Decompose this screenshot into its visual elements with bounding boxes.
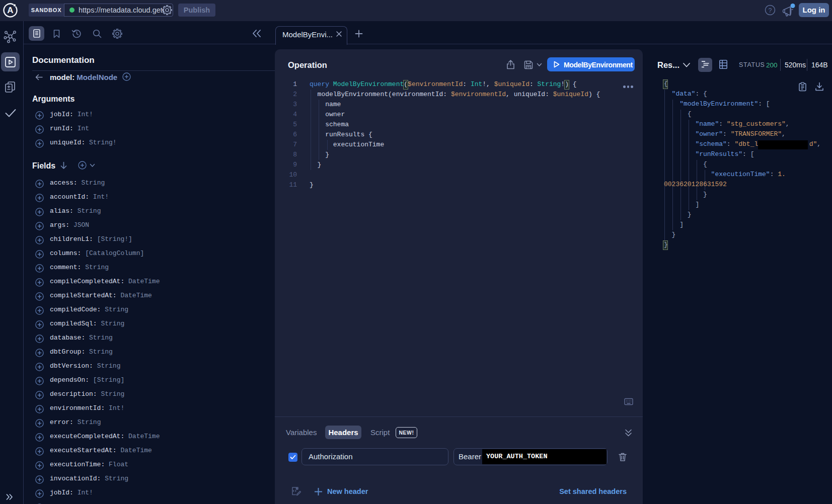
svg-text:?: ? [769, 7, 772, 14]
